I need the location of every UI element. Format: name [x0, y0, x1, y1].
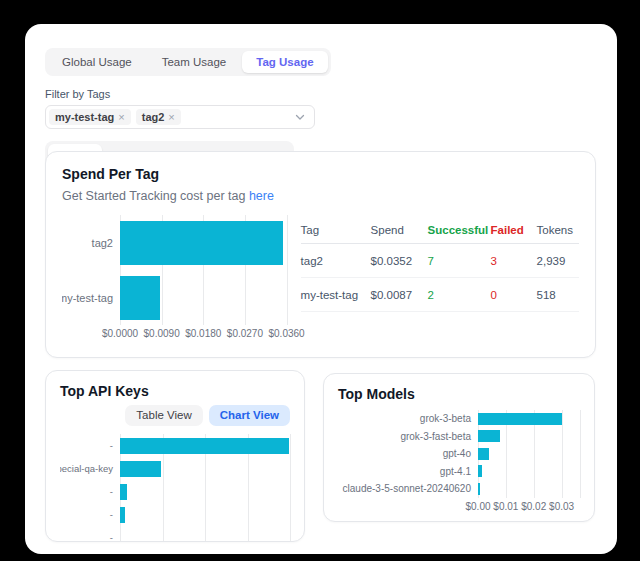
table-row: tag2 $0.0352 7 3 2,939 [301, 244, 579, 278]
cell-tag: my-test-tag [301, 289, 371, 301]
bar [120, 507, 125, 523]
cell-successful: 2 [428, 289, 491, 301]
top-api-keys-title: Top API Keys [60, 383, 290, 399]
col-tag: Tag [301, 224, 371, 236]
bar-row [120, 457, 290, 480]
x-tick-label: $0.0090 [144, 328, 180, 339]
table-row: my-test-tag $0.0087 2 0 518 [301, 278, 579, 312]
tab-global-usage[interactable]: Global Usage [48, 51, 146, 73]
tag-chip[interactable]: tag2 × [136, 109, 181, 125]
category-label: gpt-4.1 [338, 463, 478, 481]
here-link[interactable]: here [249, 189, 274, 203]
remove-tag-icon[interactable]: × [168, 111, 174, 123]
cell-tag: tag2 [301, 255, 371, 267]
top-models-chart: grok-3-betagrok-3-fast-betagpt-4ogpt-4.1… [338, 410, 580, 516]
bar-row [120, 526, 290, 542]
chart-view-button[interactable]: Chart View [209, 405, 290, 426]
gridline [580, 410, 581, 498]
top-api-keys-chart: -pecial-qa-key--- [60, 434, 290, 542]
bar-row [120, 503, 290, 526]
y-axis-labels: tag2my-test-tag [62, 215, 120, 343]
category-label: tag2 [62, 215, 120, 270]
bar [478, 448, 489, 460]
bar [478, 465, 482, 477]
category-label: gpt-4o [338, 445, 478, 463]
category-label: pecial-qa-key [60, 457, 120, 480]
subtitle-text: Get Started Tracking cost per tag [62, 189, 245, 203]
tag-chip-label: my-test-tag [55, 111, 114, 123]
view-toggle: Table View Chart View [60, 405, 290, 426]
bar-row [478, 463, 580, 481]
col-tokens: Tokens [537, 224, 579, 236]
spend-per-tag-chart: tag2my-test-tag$0.0000$0.0090$0.0180$0.0… [62, 215, 287, 343]
top-models-card: Top Models grok-3-betagrok-3-fast-betagp… [323, 373, 595, 522]
chevron-down-icon[interactable] [294, 111, 306, 123]
bar-row [120, 480, 290, 503]
bar [120, 484, 127, 500]
y-axis-labels: grok-3-betagrok-3-fast-betagpt-4ogpt-4.1… [338, 410, 478, 516]
category-label: - [60, 480, 120, 503]
gridline [290, 434, 291, 542]
bar-row [478, 410, 580, 428]
bar [478, 430, 500, 442]
cell-spend: $0.0352 [371, 255, 428, 267]
plot-area: $0.00$0.01$0.02$0.03 [478, 410, 580, 516]
bar-row [478, 428, 580, 446]
spend-per-tag-card: Spend Per Tag Get Started Tracking cost … [45, 151, 596, 358]
x-axis: $0.0000$0.0090$0.0180$0.0270$0.0360 [120, 328, 287, 343]
bar-row [120, 434, 290, 457]
category-label: claude-3-5-sonnet-20240620 [338, 480, 478, 498]
tab-tag-usage[interactable]: Tag Usage [242, 51, 327, 73]
remove-tag-icon[interactable]: × [118, 111, 124, 123]
dashboard-panel: Global Usage Team Usage Tag Usage Filter… [25, 24, 617, 554]
gridline [287, 215, 288, 325]
spend-per-tag-title: Spend Per Tag [62, 166, 579, 182]
tab-team-usage[interactable]: Team Usage [148, 51, 241, 73]
x-tick-label: $0.0270 [227, 328, 263, 339]
bar [120, 221, 283, 265]
bar [120, 276, 160, 320]
cell-tokens: 518 [537, 289, 579, 301]
plot-area [120, 434, 290, 542]
x-axis: $0.00$0.01$0.02$0.03 [478, 501, 580, 516]
bar [478, 413, 562, 425]
col-spend: Spend [371, 224, 428, 236]
x-tick-label: $0.01 [493, 501, 518, 512]
x-tick-label: $0.03 [549, 501, 574, 512]
table-view-button[interactable]: Table View [125, 405, 202, 426]
spend-body: tag2my-test-tag$0.0000$0.0090$0.0180$0.0… [62, 203, 579, 343]
category-label: - [60, 503, 120, 526]
cell-failed: 3 [491, 255, 537, 267]
table-header-row: Tag Spend Successful Failed Tokens [301, 217, 579, 244]
tag-chip-label: tag2 [142, 111, 165, 123]
x-tick-label: $0.00 [465, 501, 490, 512]
plot-area: $0.0000$0.0090$0.0180$0.0270$0.0360 [120, 215, 287, 343]
spend-per-tag-subtitle: Get Started Tracking cost per tag here [62, 189, 579, 203]
cell-tokens: 2,939 [537, 255, 579, 267]
usage-tabbar: Global Usage Team Usage Tag Usage [45, 48, 331, 76]
category-label: - [60, 526, 120, 542]
col-failed: Failed [491, 224, 537, 236]
cell-failed: 0 [491, 289, 537, 301]
bar-row [120, 270, 287, 325]
top-models-title: Top Models [338, 386, 580, 402]
category-label: my-test-tag [62, 270, 120, 325]
category-label: - [60, 434, 120, 457]
category-label: grok-3-fast-beta [338, 428, 478, 446]
x-tick-label: $0.0180 [185, 328, 221, 339]
bar [120, 461, 161, 477]
tag-filter-select[interactable]: my-test-tag × tag2 × [45, 105, 315, 129]
tag-chip[interactable]: my-test-tag × [49, 109, 131, 125]
tag-spend-table: Tag Spend Successful Failed Tokens tag2 … [301, 217, 579, 312]
bar-row [478, 480, 580, 498]
bar-row [478, 445, 580, 463]
page: { "tabs": { "main": ["Global Usage", "Te… [0, 0, 640, 561]
x-tick-label: $0.0000 [102, 328, 138, 339]
bar-row [120, 215, 287, 270]
bar [478, 483, 480, 495]
cell-successful: 7 [428, 255, 491, 267]
col-successful: Successful [428, 224, 491, 236]
y-axis-labels: -pecial-qa-key--- [60, 434, 120, 542]
category-label: grok-3-beta [338, 410, 478, 428]
cell-spend: $0.0087 [371, 289, 428, 301]
